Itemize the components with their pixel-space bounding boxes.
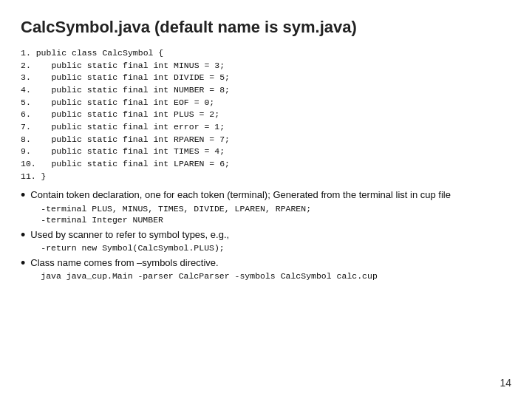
- bullet-content: Class name comes from –symbols directive…: [30, 256, 377, 281]
- sub-code: -terminal Integer NUMBER: [41, 215, 451, 225]
- code-block: 1. public class CalcSymbol { 2. public s…: [21, 47, 511, 183]
- bullet-item: •Used by scanner to refer to symbol type…: [21, 228, 511, 253]
- bullet-dot: •: [21, 188, 25, 203]
- bullets-section: •Contain token declaration, one for each…: [21, 188, 511, 281]
- sub-code: -return new Symbol(CalcSymbol.PLUS);: [41, 243, 229, 253]
- sub-code: -terminal PLUS, MINUS, TIMES, DIVIDE, LP…: [41, 204, 451, 214]
- bullet-text: Contain token declaration, one for each …: [30, 189, 451, 200]
- slide-title: CalcSymbol.java (default name is sym.jav…: [21, 18, 511, 37]
- page-number: 14: [499, 377, 511, 389]
- bullet-item: •Class name comes from –symbols directiv…: [21, 256, 511, 281]
- bullet-text: Class name comes from –symbols directive…: [30, 257, 218, 268]
- sub-code: java java_cup.Main -parser CalcParser -s…: [41, 271, 377, 281]
- bullet-dot: •: [21, 256, 25, 271]
- bullet-item: •Contain token declaration, one for each…: [21, 188, 511, 224]
- bullet-content: Contain token declaration, one for each …: [30, 188, 451, 224]
- bullet-dot: •: [21, 228, 25, 243]
- bullet-content: Used by scanner to refer to symbol types…: [30, 228, 229, 253]
- slide: CalcSymbol.java (default name is sym.jav…: [0, 0, 532, 399]
- bullet-text: Used by scanner to refer to symbol types…: [30, 229, 229, 240]
